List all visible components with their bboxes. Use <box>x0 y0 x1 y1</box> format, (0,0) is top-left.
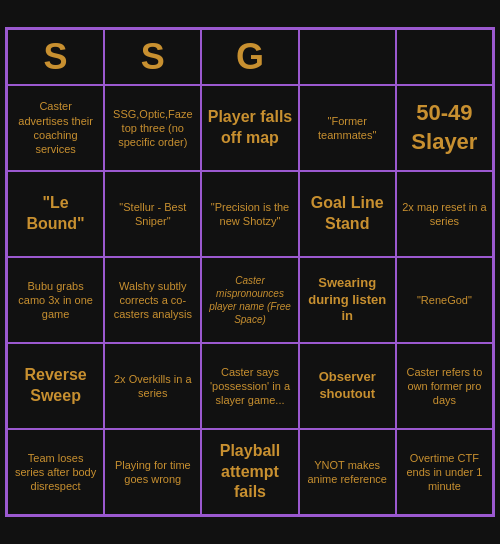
cell-5-2[interactable]: Playing for time goes wrong <box>104 429 201 515</box>
cell-4-4[interactable]: Observer shoutout <box>299 343 396 429</box>
header-letter-g: G <box>201 29 298 85</box>
cell-1-1[interactable]: Caster advertises their coaching service… <box>7 85 104 171</box>
cell-3-3-freespace[interactable]: Caster mispronounces player name (Free S… <box>201 257 298 343</box>
header-letter-s2: S <box>104 29 201 85</box>
cell-2-2[interactable]: "Stellur - Best Sniper" <box>104 171 201 257</box>
cell-4-3[interactable]: Caster says 'possession' in a slayer gam… <box>201 343 298 429</box>
cell-3-5[interactable]: "ReneGod" <box>396 257 493 343</box>
header-empty1 <box>299 29 396 85</box>
bingo-card: S S G Caster advertises their coaching s… <box>5 27 495 517</box>
cell-1-5[interactable]: 50-49 Slayer <box>396 85 493 171</box>
cell-4-5[interactable]: Caster refers to own former pro days <box>396 343 493 429</box>
cell-5-4[interactable]: YNOT makes anime reference <box>299 429 396 515</box>
cell-3-2[interactable]: Walshy subtly corrects a co-casters anal… <box>104 257 201 343</box>
cell-4-1[interactable]: Reverse Sweep <box>7 343 104 429</box>
cell-3-1[interactable]: Bubu grabs camo 3x in one game <box>7 257 104 343</box>
cell-2-1[interactable]: "Le Bound" <box>7 171 104 257</box>
bingo-header: S S G <box>7 29 493 85</box>
cell-3-4[interactable]: Swearing during listen in <box>299 257 396 343</box>
cell-2-3[interactable]: "Precision is the new Shotzy" <box>201 171 298 257</box>
cell-4-2[interactable]: 2x Overkills in a series <box>104 343 201 429</box>
header-letter-s1: S <box>7 29 104 85</box>
bingo-grid: Caster advertises their coaching service… <box>7 85 493 515</box>
cell-1-2[interactable]: SSG,Optic,Faze top three (no specific or… <box>104 85 201 171</box>
cell-2-5[interactable]: 2x map reset in a series <box>396 171 493 257</box>
cell-1-3[interactable]: Player falls off map <box>201 85 298 171</box>
cell-1-4[interactable]: "Former teammates" <box>299 85 396 171</box>
cell-5-5[interactable]: Overtime CTF ends in under 1 minute <box>396 429 493 515</box>
header-empty2 <box>396 29 493 85</box>
cell-5-1[interactable]: Team loses series after body disrespect <box>7 429 104 515</box>
cell-2-4[interactable]: Goal Line Stand <box>299 171 396 257</box>
cell-5-3[interactable]: Playball attempt fails <box>201 429 298 515</box>
